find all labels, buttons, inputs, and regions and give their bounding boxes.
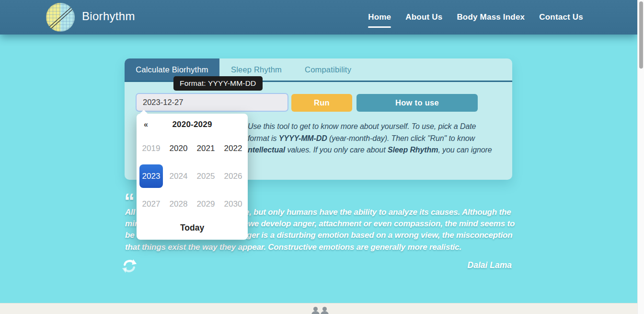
biorhythm-chart-logo-icon bbox=[46, 3, 75, 32]
popup-caret bbox=[140, 110, 148, 114]
previous-decade-button[interactable]: « bbox=[144, 120, 148, 129]
text-segment: e, but only humans have the ability to a… bbox=[245, 207, 511, 218]
year-cell-2030[interactable]: 2030 bbox=[221, 192, 245, 216]
text-segment: ger is a disturbing emotion based on a w… bbox=[247, 230, 512, 241]
text-segment: All bbox=[125, 207, 138, 218]
year-cell-2023[interactable]: 2023 bbox=[139, 164, 163, 188]
quote-author: Dalai Lama bbox=[125, 260, 512, 270]
datepicker-header: « 2020-2029 bbox=[137, 120, 248, 130]
text-segment: (year-month-day). Then click "Run" to kn… bbox=[327, 133, 475, 145]
text-segment: Use this tool to get to know more about … bbox=[248, 121, 476, 133]
page: Biorhythm HomeAbout UsBody Mass IndexCon… bbox=[0, 0, 644, 314]
text-segment: format is bbox=[248, 133, 279, 145]
nav-item-contact-us[interactable]: Contact Us bbox=[539, 0, 583, 35]
text-segment: , you can ignore bbox=[438, 144, 492, 156]
text-segment: Sleep Rhythm bbox=[388, 144, 438, 156]
nav-item-home[interactable]: Home bbox=[368, 0, 391, 35]
text-segment: we develop anger, attachment or even com… bbox=[248, 218, 515, 230]
today-button[interactable]: Today bbox=[137, 223, 248, 240]
footer bbox=[0, 303, 637, 314]
text-segment: values. If you only care about bbox=[285, 144, 388, 156]
year-cell-2027[interactable]: 2027 bbox=[139, 192, 163, 216]
year-cell-2026[interactable]: 2026 bbox=[221, 164, 245, 188]
text-line: that things exist the way they appear. C… bbox=[125, 242, 513, 253]
people-icon bbox=[311, 307, 331, 314]
page-title: Biorhythm bbox=[82, 10, 135, 23]
decade-title[interactable]: 2020-2029 bbox=[137, 120, 248, 129]
year-cell-2029[interactable]: 2029 bbox=[194, 192, 218, 216]
text-segment: that things exist the way they appear. C… bbox=[125, 242, 461, 253]
main-nav: HomeAbout UsBody Mass IndexContact Us bbox=[368, 0, 583, 35]
year-cell-2022[interactable]: 2022 bbox=[221, 137, 245, 160]
refresh-icon[interactable] bbox=[122, 258, 137, 274]
year-cell-2019[interactable]: 2019 bbox=[139, 137, 163, 160]
nav-item-about-us[interactable]: About Us bbox=[405, 0, 442, 35]
year-cell-2020[interactable]: 2020 bbox=[167, 137, 190, 160]
year-cell-2024[interactable]: 2024 bbox=[167, 164, 190, 188]
text-segment: be bbox=[125, 230, 137, 241]
tab-compatibility[interactable]: Compatibility bbox=[293, 58, 363, 81]
text-segment: ntellectual bbox=[248, 144, 285, 156]
year-cell-2021[interactable]: 2021 bbox=[194, 137, 218, 160]
header: Biorhythm HomeAbout UsBody Mass IndexCon… bbox=[0, 0, 637, 35]
text-segment: YYYY-MM-DD bbox=[279, 133, 327, 145]
year-cell-2025[interactable]: 2025 bbox=[194, 164, 218, 188]
how-to-use-button[interactable]: How to use bbox=[356, 94, 478, 112]
scrollbar-track[interactable] bbox=[637, 0, 644, 314]
scrollbar-thumb[interactable] bbox=[639, 1, 643, 69]
nav-item-body-mass-index[interactable]: Body Mass Index bbox=[457, 0, 525, 35]
date-of-birth-input[interactable] bbox=[136, 93, 288, 112]
run-button[interactable]: Run bbox=[291, 94, 352, 112]
datepicker-popup: « 2020-2029 2019202020212022202320242025… bbox=[137, 114, 248, 240]
year-cell-2028[interactable]: 2028 bbox=[167, 192, 190, 216]
year-grid: 2019202020212022202320242025202620272028… bbox=[139, 137, 248, 216]
date-format-tooltip: Format: YYYY-MM-DD bbox=[173, 76, 263, 91]
quote-icon: “ bbox=[124, 196, 135, 207]
